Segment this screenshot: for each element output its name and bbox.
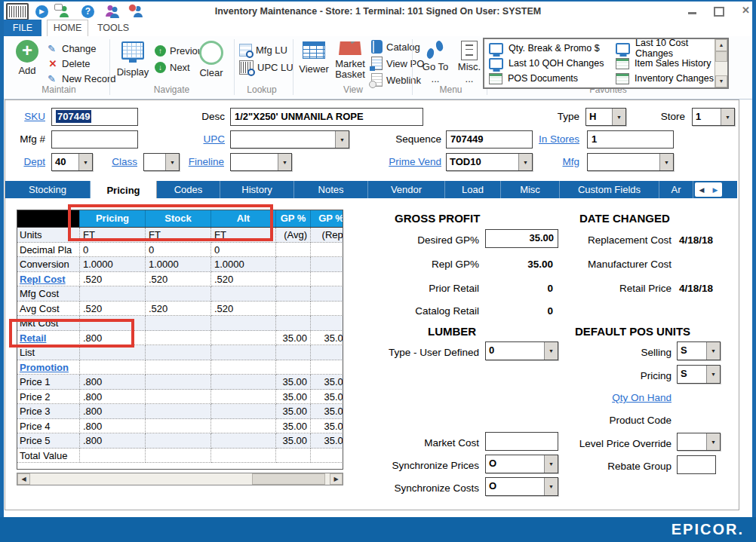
column-header-stock-2[interactable]: Stock — [146, 210, 211, 227]
class-dropdown[interactable]: ▼ — [143, 153, 180, 171]
cell-repl-cost-pricing-0[interactable]: .520 — [80, 272, 146, 287]
cell-avg-cost-gp-3[interactable] — [276, 302, 311, 317]
cell-mfg-cost-pricing-0[interactable] — [80, 286, 146, 302]
type-dropdown[interactable]: H▼ — [585, 108, 626, 126]
qty-on-hand-link[interactable]: Qty On Hand — [551, 392, 671, 403]
row-label-repl-cost[interactable]: Repl Cost — [17, 272, 80, 287]
tab-tools[interactable]: TOOLS — [94, 20, 132, 36]
cell-price-2-alt-2[interactable] — [211, 390, 276, 405]
delete-button[interactable]: ✕ Delete — [48, 58, 91, 69]
scroll-down-arrow[interactable]: ▼ — [715, 75, 727, 87]
cell-total-value-stock-1[interactable] — [146, 449, 211, 464]
column-header-gp-4[interactable]: GP % — [276, 210, 311, 227]
chevron-down-icon[interactable]: ▼ — [612, 109, 625, 125]
cell-price-3-stock-1[interactable] — [146, 404, 211, 419]
tab-custom-fields[interactable]: Custom Fields — [560, 181, 659, 198]
upc-link[interactable]: UPC — [181, 133, 225, 145]
new-record-button[interactable]: ✎ New Record — [48, 73, 116, 84]
cell-mfg-cost-stock-1[interactable] — [146, 286, 211, 302]
class-link[interactable]: Class — [101, 156, 137, 167]
dept-dropdown[interactable]: 40▼ — [51, 153, 93, 171]
tab-file[interactable]: FILE — [4, 20, 41, 36]
favorite-last10-cost[interactable]: Last 10 Cost Changes — [616, 41, 715, 55]
cell-repl-cost-gp-4[interactable] — [311, 272, 343, 287]
cell-price-4-pricing-0[interactable]: .800 — [80, 419, 146, 434]
chevron-down-icon[interactable]: ▼ — [278, 154, 291, 170]
chevron-down-icon[interactable]: ▼ — [706, 433, 720, 450]
tab-pricing[interactable]: Pricing — [91, 181, 157, 198]
favorite-item-sales-history[interactable]: Item Sales History — [616, 57, 715, 70]
cell-list-pricing-0[interactable] — [80, 345, 146, 360]
cell-avg-cost-pricing-0[interactable]: .520 — [80, 302, 146, 317]
minimize-button[interactable] — [688, 12, 696, 14]
cell-price-4-alt-2[interactable] — [211, 419, 276, 434]
pricing-unit-dropdown[interactable]: S▼ — [677, 365, 721, 384]
favorite-qty-break-promo[interactable]: Qty. Break & Promo $ — [489, 41, 616, 55]
sequence-input[interactable]: 707449 — [446, 130, 533, 149]
favorite-pos-documents[interactable]: POS Documents — [489, 72, 616, 85]
column-header-gp-5[interactable]: GP % — [311, 210, 343, 227]
cell-total-value-alt-2[interactable] — [211, 449, 276, 464]
cell-retail-gp-3[interactable]: 35.00 — [276, 331, 311, 346]
cell-price-3-pricing-0[interactable]: .800 — [80, 404, 146, 419]
cell-price-2-gp-4[interactable]: 35.00 — [311, 390, 343, 405]
cell-list-alt-2[interactable] — [211, 345, 276, 360]
mfg-num-input[interactable] — [51, 130, 138, 149]
favorite-inventory-changes[interactable]: Inventory Changes — [616, 72, 715, 85]
cell-conversion-pricing-0[interactable]: 1.0000 — [80, 257, 146, 272]
misc-button[interactable]: Misc. ... — [453, 41, 485, 84]
scrollbar-thumb[interactable] — [715, 51, 727, 62]
cell-promotion-gp-3[interactable] — [276, 360, 311, 375]
cell-price-4-stock-1[interactable] — [146, 419, 211, 434]
tab-scroll-right-icon[interactable]: ▶ — [713, 186, 718, 194]
cell-retail-gp-4[interactable]: 35.00 — [311, 331, 343, 346]
cell-conversion-gp-3[interactable] — [276, 257, 311, 272]
cell-units-pricing-0[interactable]: FT — [80, 228, 146, 243]
close-button[interactable]: ✕ — [742, 5, 750, 17]
add-button[interactable]: + Add — [10, 40, 45, 76]
scroll-up-arrow[interactable]: ▲ — [715, 39, 727, 51]
tab-load[interactable]: Load — [445, 181, 501, 198]
cell-mkt-cost-pricing-0[interactable] — [80, 316, 146, 331]
cell-price-5-stock-1[interactable] — [146, 433, 211, 449]
upc-lu-button[interactable]: UPC LU — [239, 60, 293, 75]
tab-history[interactable]: History — [220, 181, 294, 198]
synchronize-costs-dropdown[interactable]: O▼ — [485, 477, 558, 496]
cell-retail-stock-1[interactable] — [146, 331, 211, 346]
cell-promotion-stock-1[interactable] — [146, 360, 211, 375]
cell-price-4-gp-4[interactable]: 35.00 — [311, 419, 343, 434]
desc-input[interactable]: 1/2"X250' UNMANILA ROPE — [230, 108, 423, 126]
tab-codes[interactable]: Codes — [157, 181, 220, 198]
clear-button[interactable]: Clear — [195, 41, 228, 78]
synchronize-prices-dropdown[interactable]: O▼ — [485, 455, 558, 473]
grid-horizontal-scrollbar[interactable]: ◀ ▶ — [17, 473, 343, 485]
chevron-down-icon[interactable]: ▼ — [659, 154, 673, 170]
cell-price-3-gp-3[interactable]: 35.00 — [276, 404, 311, 419]
cell-units-alt-2[interactable]: FT — [211, 228, 276, 243]
viewer-button[interactable]: Viewer — [297, 41, 331, 75]
cell-price-5-pricing-0[interactable]: .800 — [80, 433, 146, 449]
fineline-dropdown[interactable]: ▼ — [230, 153, 292, 171]
cell-retail-pricing-0[interactable]: .800 — [80, 331, 146, 346]
cell-mkt-cost-gp-3[interactable] — [276, 316, 311, 331]
cell-mfg-cost-gp-4[interactable] — [311, 286, 343, 302]
cell-price-1-stock-1[interactable] — [146, 375, 211, 390]
tab-misc[interactable]: Misc — [501, 181, 560, 198]
cell-mkt-cost-gp-4[interactable] — [311, 316, 343, 331]
maximize-button[interactable] — [714, 7, 724, 17]
grid-corner-header[interactable] — [17, 210, 80, 227]
cell-price-2-pricing-0[interactable]: .800 — [80, 390, 146, 405]
prime-vend-link[interactable]: Prime Vend — [377, 156, 441, 167]
change-button[interactable]: ✎ Change — [48, 43, 97, 54]
cell-mfg-cost-alt-2[interactable] — [211, 286, 276, 302]
display-button[interactable]: Display — [113, 41, 152, 78]
sku-input[interactable]: 707449 — [51, 108, 138, 126]
cell-promotion-gp-4[interactable] — [311, 360, 343, 375]
cell-decimal-pla-alt-2[interactable]: 0 — [211, 243, 276, 258]
cell-conversion-gp-4[interactable] — [311, 257, 343, 272]
cell-total-value-pricing-0[interactable] — [80, 449, 146, 464]
cell-list-stock-1[interactable] — [146, 345, 211, 360]
chevron-down-icon[interactable]: ▼ — [706, 342, 720, 360]
cell-mkt-cost-alt-2[interactable] — [211, 316, 276, 331]
favorites-scrollbar[interactable]: ▲ ▼ — [715, 39, 727, 87]
